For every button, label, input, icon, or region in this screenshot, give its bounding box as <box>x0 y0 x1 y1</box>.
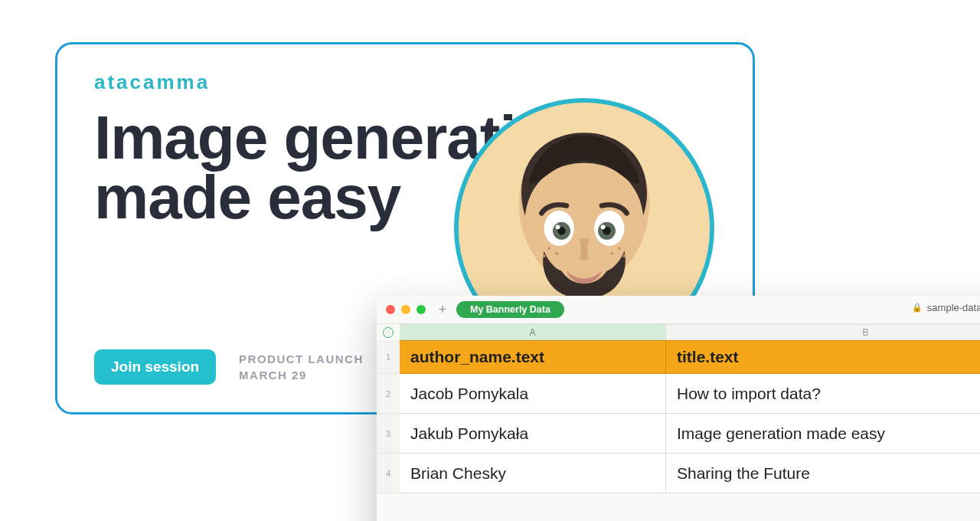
table-row: Brian Chesky Sharing the Future <box>400 454 980 493</box>
svg-point-13 <box>610 252 613 255</box>
meta-line-1: PRODUCT LAUNCH <box>239 351 364 367</box>
svg-point-7 <box>556 224 560 229</box>
join-session-button[interactable]: Join session <box>94 349 216 385</box>
filename-text: sample-data.numbers <box>927 302 980 313</box>
data-grid: author_name.text title.text Jacob Pomyka… <box>400 340 980 493</box>
traffic-lights <box>386 305 426 314</box>
header-cell-title[interactable]: title.text <box>666 340 980 374</box>
table-header-row: author_name.text title.text <box>400 340 980 374</box>
spreadsheet-window: + My Bannerly Data 🔒 sample-data.numbers… <box>377 296 980 521</box>
cell-title[interactable]: How to import data? <box>666 374 980 414</box>
window-titlebar: + My Bannerly Data 🔒 sample-data.numbers… <box>377 296 980 323</box>
header-cell-author[interactable]: author_name.text <box>400 340 666 374</box>
row-number-gutter: 1 2 3 4 <box>377 340 400 493</box>
grid: 1 2 3 4 author_name.text title.text Jaco… <box>377 340 980 493</box>
svg-point-8 <box>601 224 606 229</box>
cell-author[interactable]: Brian Chesky <box>400 454 666 493</box>
sheet-tab[interactable]: My Bannerly Data <box>456 301 564 318</box>
add-sheet-button[interactable]: + <box>435 302 450 318</box>
svg-point-11 <box>543 254 546 257</box>
zoom-icon[interactable] <box>416 305 426 314</box>
cell-title[interactable]: Sharing the Future <box>666 454 980 493</box>
table-row: Jacob Pomykala How to import data? <box>400 374 980 414</box>
row-number[interactable]: 3 <box>377 414 400 454</box>
row-number[interactable]: 4 <box>377 454 400 493</box>
table-row: Jakub Pomykała Image generation made eas… <box>400 414 980 454</box>
svg-point-14 <box>623 254 626 257</box>
brand-name: atacamma <box>94 70 716 94</box>
lock-icon: 🔒 <box>912 303 923 313</box>
cell-title[interactable]: Image generation made easy <box>666 414 980 454</box>
minimize-icon[interactable] <box>401 305 410 314</box>
column-header-row: A B <box>377 323 980 340</box>
row-number[interactable]: 2 <box>377 374 400 414</box>
column-header-a[interactable]: A <box>400 324 666 340</box>
cta-row: Join session PRODUCT LAUNCH MARCH 29 <box>94 349 364 385</box>
svg-point-12 <box>618 247 621 250</box>
svg-point-10 <box>555 252 558 255</box>
window-filename: 🔒 sample-data.numbers — Edi <box>912 302 980 313</box>
close-icon[interactable] <box>386 305 395 314</box>
launch-meta: PRODUCT LAUNCH MARCH 29 <box>239 351 364 383</box>
row-number[interactable]: 1 <box>377 340 400 374</box>
circle-icon <box>383 327 394 338</box>
cell-author[interactable]: Jakub Pomykała <box>400 414 666 454</box>
meta-line-2: MARCH 29 <box>239 367 364 383</box>
svg-point-9 <box>547 247 550 250</box>
cell-author[interactable]: Jacob Pomykala <box>400 374 666 414</box>
select-all-gutter[interactable] <box>377 324 400 340</box>
column-header-b[interactable]: B <box>666 324 980 340</box>
